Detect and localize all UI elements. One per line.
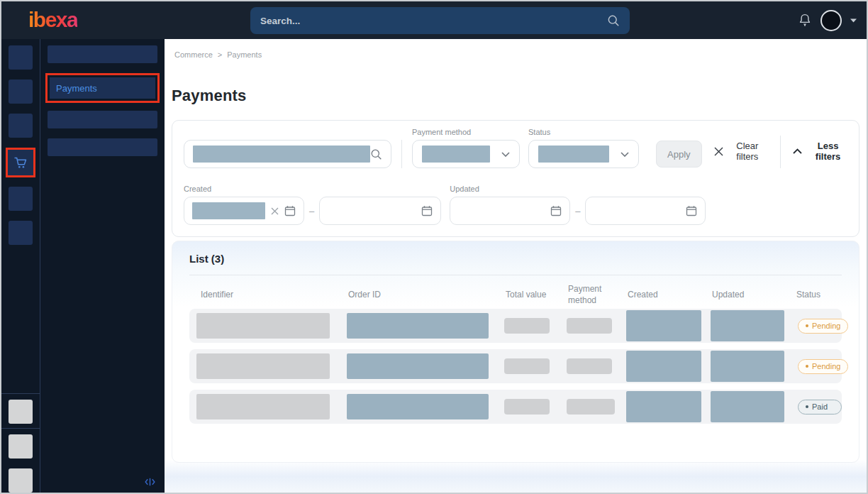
panel-collapse-icon[interactable] — [145, 476, 155, 489]
main-content: Commerce > Payments Payments Payme — [165, 39, 867, 493]
rail-divider — [1, 428, 40, 429]
status-badge: Paid — [798, 400, 842, 415]
close-icon — [714, 147, 723, 156]
redacted-created-date — [626, 391, 701, 422]
rail-item-3[interactable] — [9, 114, 33, 138]
less-filters-label: Less filters — [808, 141, 847, 162]
chevron-up-icon — [793, 148, 802, 154]
ibexa-logo[interactable]: ibexa — [28, 8, 77, 32]
redacted-total-value — [504, 399, 550, 415]
user-menu-caret-icon[interactable] — [850, 18, 857, 23]
clear-filters-label: Clear filters — [729, 141, 767, 162]
nav-item-payments-highlighted[interactable]: Payments — [45, 73, 160, 103]
created-filter-group: Created – — [184, 185, 441, 225]
table-row[interactable]: Pending — [189, 309, 842, 343]
column-header-created: Created — [619, 289, 676, 300]
table-row[interactable]: Paid — [189, 390, 842, 424]
main-menu-rail — [1, 39, 40, 493]
topbar-actions — [798, 1, 857, 39]
redacted-identifier — [196, 353, 330, 379]
redacted-order-id — [347, 313, 489, 339]
calendar-icon[interactable] — [550, 205, 562, 216]
user-avatar[interactable] — [820, 10, 842, 31]
breadcrumb-parent[interactable]: Commerce — [174, 50, 213, 59]
notifications-bell-icon[interactable] — [798, 13, 812, 28]
status-badge: Pending — [798, 319, 848, 334]
redacted-updated-date — [711, 391, 784, 422]
calendar-icon[interactable] — [421, 205, 433, 216]
payment-method-filter-group: Payment method — [412, 128, 520, 168]
application-window: ibexa — [0, 0, 868, 494]
created-to-date-input[interactable] — [319, 197, 441, 225]
commerce-menu-item-highlighted[interactable] — [6, 148, 35, 177]
rail-bottom-item-2[interactable] — [9, 434, 33, 459]
clear-filters-button[interactable]: Clear filters — [714, 141, 767, 162]
redacted-identifier — [196, 313, 330, 339]
nav-item-redacted-3[interactable] — [48, 138, 157, 156]
nav-item-payments-label: Payments — [56, 83, 97, 94]
global-search[interactable] — [250, 7, 630, 34]
payment-method-select[interactable] — [412, 140, 520, 168]
nav-item-payments[interactable]: Payments — [50, 77, 155, 99]
filter-divider — [780, 136, 781, 168]
rail-bottom-item-3[interactable] — [9, 468, 33, 493]
calendar-icon[interactable] — [686, 205, 697, 216]
table-header: Identifier Order ID Total value Payment … — [189, 280, 842, 309]
column-header-order-id: Order ID — [340, 289, 396, 300]
list-title: List (3) — [189, 253, 842, 265]
redacted-payment-method — [567, 399, 615, 415]
redacted-created-date — [626, 351, 701, 382]
shopping-cart-icon — [13, 155, 28, 170]
table-row[interactable]: Pending — [189, 349, 842, 383]
redacted-created-date — [626, 310, 701, 341]
clear-date-icon[interactable] — [271, 207, 279, 215]
search-input[interactable] — [260, 16, 607, 26]
less-filters-button[interactable]: Less filters — [793, 141, 847, 162]
redacted-select-value — [538, 146, 609, 163]
date-range-separator: – — [575, 206, 580, 216]
filters-panel: Payment method Status — [172, 120, 859, 237]
rail-bottom-section — [1, 393, 40, 493]
column-header-total-value: Total value — [497, 289, 554, 300]
column-header-payment-method: Payment method — [560, 283, 616, 306]
status-select[interactable] — [528, 140, 639, 168]
chevron-down-icon — [501, 152, 510, 157]
filter-search-icon[interactable] — [370, 148, 382, 160]
redacted-date-value — [192, 202, 265, 219]
status-label: Status — [528, 128, 639, 136]
search-icon[interactable] — [607, 14, 620, 27]
column-header-updated: Updated — [703, 289, 760, 300]
nav-item-redacted-1[interactable] — [48, 45, 157, 63]
created-from-date-input[interactable] — [184, 197, 304, 225]
calendar-icon[interactable] — [284, 205, 296, 216]
filter-search-input[interactable] — [184, 140, 391, 168]
apply-button[interactable]: Apply — [656, 141, 702, 168]
redacted-select-value — [422, 146, 490, 163]
rail-item-5[interactable] — [9, 187, 33, 211]
column-header-status: Status — [788, 289, 842, 300]
redacted-order-id — [347, 394, 489, 419]
rail-item-2[interactable] — [9, 79, 33, 104]
rail-bottom-item-1[interactable] — [9, 400, 33, 424]
rail-item-6[interactable] — [9, 221, 33, 245]
redacted-payment-method — [567, 318, 612, 334]
updated-label: Updated — [450, 185, 706, 193]
nav-item-redacted-2[interactable] — [48, 111, 157, 128]
secondary-nav-panel: Payments — [40, 39, 165, 493]
payment-method-label: Payment method — [412, 128, 520, 136]
status-badge: Pending — [798, 359, 848, 374]
redacted-payment-method — [567, 358, 612, 374]
filter-divider — [401, 140, 402, 168]
payments-list-panel: List (3) Identifier Order ID Total value… — [172, 241, 859, 463]
breadcrumb-current: Payments — [227, 50, 262, 59]
updated-from-date-input[interactable] — [450, 197, 570, 225]
redacted-identifier — [196, 394, 330, 419]
rail-item-1[interactable] — [9, 45, 33, 70]
topbar: ibexa — [1, 1, 867, 39]
date-range-separator: – — [309, 206, 314, 216]
column-header-identifier: Identifier — [189, 289, 246, 300]
redacted-search-value — [193, 146, 370, 163]
updated-to-date-input[interactable] — [585, 197, 706, 225]
list-divider — [189, 275, 842, 275]
breadcrumb: Commerce > Payments — [174, 50, 859, 59]
